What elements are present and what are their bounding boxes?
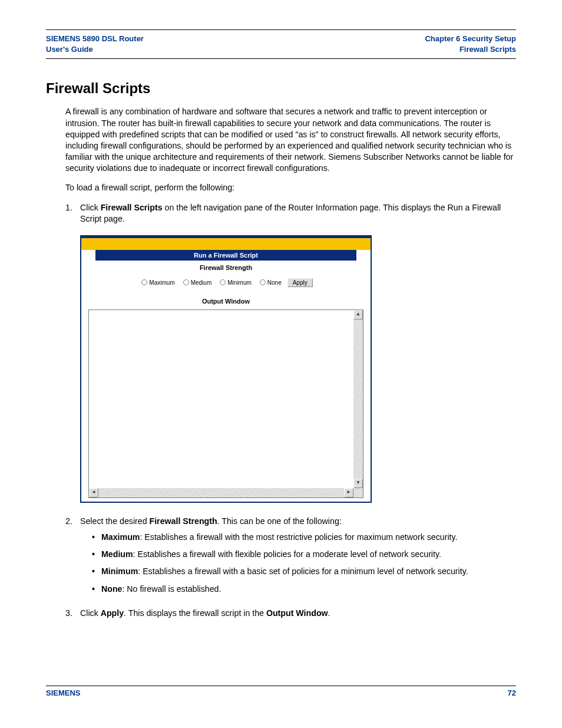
embedded-screenshot: Run a Firewall Script Firewall Strength … — [80, 235, 372, 503]
header-rule-bottom — [46, 58, 516, 59]
radio-medium[interactable]: Medium — [181, 279, 214, 286]
intro-paragraph: A firewall is any combination of hardwar… — [65, 106, 516, 174]
header-chapter: Chapter 6 Security Setup — [425, 34, 516, 44]
radio-input-maximum[interactable] — [141, 279, 147, 285]
radio-label: None — [267, 279, 282, 286]
radio-minimum[interactable]: Minimum — [217, 279, 254, 286]
output-heading: Output Window — [88, 298, 363, 308]
step-3: 3. Click Apply. This displays the firewa… — [65, 608, 516, 619]
header-right: Chapter 6 Security Setup Firewall Script… — [425, 34, 516, 55]
page-header: SIEMENS 5890 DSL Router User's Guide Cha… — [46, 34, 516, 55]
radio-none[interactable]: None — [257, 279, 284, 286]
apply-button[interactable]: Apply — [287, 278, 313, 287]
radio-label: Minimum — [227, 279, 252, 286]
steps-list-cont: 2. Select the desired Firewall Strength.… — [65, 516, 516, 619]
scroll-up-icon[interactable]: ▲ — [353, 310, 363, 319]
radio-label: Medium — [191, 279, 212, 286]
step-text: Click Apply. This displays the firewall … — [80, 608, 516, 619]
radio-input-minimum[interactable] — [220, 279, 226, 285]
lead-paragraph: To load a firewall script, perform the f… — [65, 182, 516, 193]
header-product: SIEMENS 5890 DSL Router — [46, 34, 144, 44]
header-left: SIEMENS 5890 DSL Router User's Guide — [46, 34, 144, 55]
radio-input-medium[interactable] — [183, 279, 189, 285]
footer-brand: SIEMENS — [46, 689, 81, 697]
step-number: 3. — [65, 608, 80, 619]
radio-label: Maximum — [149, 279, 174, 286]
header-guide: User's Guide — [46, 44, 144, 55]
steps-list: 1. Click Firewall Scripts on the left na… — [65, 202, 516, 225]
scroll-down-icon[interactable]: ▼ — [353, 479, 363, 488]
header-section: Firewall Scripts — [425, 44, 516, 55]
step-2: 2. Select the desired Firewall Strength.… — [65, 516, 516, 601]
step-number: 1. — [65, 202, 80, 225]
radio-input-none[interactable] — [260, 279, 266, 285]
step-text: Select the desired Firewall Strength. Th… — [80, 516, 516, 601]
scrollbar-horizontal[interactable]: ◄ ► — [89, 488, 363, 498]
page-footer: SIEMENS 72 — [46, 686, 516, 697]
screenshot-topbar — [81, 236, 371, 250]
scroll-right-icon[interactable]: ► — [344, 488, 353, 498]
output-textarea[interactable]: ▲ ▼ ◄ ► — [88, 309, 363, 498]
header-rule — [46, 29, 516, 30]
strength-heading: Firewall Strength — [88, 261, 363, 278]
document-page: SIEMENS 5890 DSL Router User's Guide Cha… — [0, 0, 562, 728]
strength-radio-group: Maximum Medium Minimum None Apply — [88, 278, 363, 298]
list-item: Minimum: Establishes a firewall with a b… — [92, 566, 516, 577]
step-number: 2. — [65, 516, 80, 601]
step-text: Click Firewall Scripts on the left navig… — [80, 202, 516, 225]
step-1: 1. Click Firewall Scripts on the left na… — [65, 202, 516, 225]
list-item: None: No firewall is established. — [92, 584, 516, 595]
list-item: Medium: Establishes a firewall with flex… — [92, 549, 516, 560]
panel-title: Run a Firewall Script — [95, 250, 356, 261]
footer-page-number: 72 — [508, 689, 516, 697]
scroll-left-icon[interactable]: ◄ — [89, 488, 98, 498]
radio-maximum[interactable]: Maximum — [139, 279, 177, 286]
scrollbar-vertical[interactable]: ▲ ▼ — [353, 310, 363, 488]
list-item: Maximum: Establishes a firewall with the… — [92, 532, 516, 543]
footer-rule — [46, 686, 516, 686]
page-title: Firewall Scripts — [46, 80, 516, 97]
strength-options-list: Maximum: Establishes a firewall with the… — [92, 532, 516, 595]
